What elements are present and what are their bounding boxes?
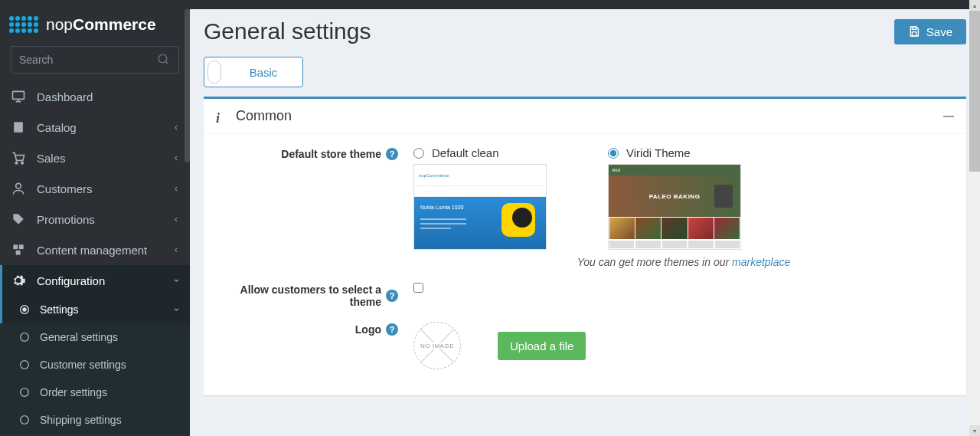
sidebar-item-settings[interactable]: Settings ‹ [0,296,190,323]
sidebar-scrollbar[interactable] [185,9,190,162]
sidebar-item-promotions[interactable]: Promotions ‹ [0,204,190,234]
info-icon: i [216,110,228,123]
svg-rect-9 [13,244,18,249]
svg-point-15 [21,361,29,369]
checkbox-allow-select-theme[interactable] [413,283,423,293]
label-logo: Logo [355,323,381,336]
sidebar-item-sales[interactable]: Sales ‹ [0,143,190,173]
save-button-label: Save [926,25,952,38]
page-scrollbar[interactable]: ▴ ▾ [969,0,980,436]
cubes-icon [11,242,26,257]
nav-label: Order settings [40,386,107,398]
sidebar-item-catalog[interactable]: Catalog ‹ [0,112,190,143]
nav-label: Content management [37,244,147,257]
label-default-theme: Default store theme [281,148,381,160]
top-bar [0,0,980,9]
nav-label: Promotions [37,213,95,226]
chevron-left-icon: ‹ [175,214,178,225]
radio-default-clean[interactable] [413,148,424,159]
save-icon [908,25,920,38]
theme-option-viridi: Viridi Theme Viridi PALEO BAKING [608,146,741,250]
save-button[interactable]: Save [894,19,966,44]
nav-label: Configuration [37,274,105,287]
logo-text: nopCommerce [46,15,156,34]
theme-preview-viridi: Viridi PALEO BAKING [608,164,741,250]
sidebar-item-customer-settings[interactable]: Customer settings [0,351,190,379]
nav-label: Customers [37,182,93,195]
marketplace-link[interactable]: marketplace [732,256,790,268]
theme-option-default-clean: Default clean nopCommerce ····· Nokia Lu… [413,146,547,250]
svg-point-13 [23,308,26,311]
svg-point-8 [16,183,21,188]
toggle-label: Basic [224,66,302,79]
scroll-down-arrow[interactable]: ▾ [969,425,980,436]
label-allow-select-theme: Allow customers to select a theme [228,284,381,308]
sidebar-item-customers[interactable]: Customers ‹ [0,173,190,204]
search-icon [157,53,171,67]
help-icon[interactable]: ? [386,290,398,302]
book-icon [11,120,26,135]
toggle-knob [207,61,221,84]
no-image-placeholder: NO IMAGE [413,322,461,369]
svg-point-0 [158,54,167,63]
svg-rect-10 [19,244,24,249]
row-allow-select-theme: Allow customers to select a theme ? [216,282,954,308]
common-card: i Common Default store theme ? [204,97,966,395]
collapse-icon[interactable] [943,116,954,117]
page-title: General settings [204,18,371,44]
preview-hero-text: Nokia Lumia 1020 [420,205,463,210]
sidebar-item-dashboard[interactable]: Dashboard [0,81,190,112]
scroll-track[interactable] [969,11,980,425]
nav-label: Dashboard [37,90,93,103]
upload-file-button[interactable]: Upload a file [498,332,586,360]
svg-rect-2 [13,91,24,99]
svg-point-7 [21,162,24,164]
chevron-left-icon: ‹ [175,183,178,194]
tag-icon [11,211,26,227]
theme-radio-viridi[interactable]: Viridi Theme [608,146,741,159]
nav-label: Shipping settings [40,414,122,426]
search-input[interactable] [19,54,157,66]
scroll-thumb[interactable] [969,11,980,172]
cart-icon [11,150,26,166]
svg-rect-18 [912,27,916,29]
mode-toggle[interactable]: Basic [204,57,303,87]
help-icon[interactable]: ? [386,148,398,160]
theme-preview-default: nopCommerce ····· Nokia Lumia 1020 [413,164,547,250]
radio-off-icon [18,414,31,426]
sidebar-item-shipping-settings[interactable]: Shipping settings [0,406,190,434]
svg-rect-11 [16,251,21,255]
nav-label: Customer settings [40,359,126,371]
nav-label: Sales [37,152,66,165]
nav-label: General settings [40,331,118,343]
user-icon [11,181,26,196]
theme-radio-default-clean[interactable]: Default clean [413,146,547,159]
row-default-theme: Default store theme ? Default clean [216,146,954,268]
sidebar-item-content[interactable]: Content management ‹ [0,234,190,265]
themes-hint: You can get more themes in our marketpla… [413,256,954,268]
preview-hero-text: PALEO BAKING [649,193,701,200]
nav-label: Catalog [37,121,77,134]
logo-dots-icon [9,16,38,33]
svg-rect-19 [912,32,916,36]
svg-point-17 [21,416,29,425]
radio-viridi[interactable] [608,148,619,159]
svg-line-1 [165,61,168,64]
sidebar-nav: Dashboard Catalog ‹ Sales ‹ Customers ‹ … [0,81,190,434]
radio-off-icon [18,331,31,343]
chevron-down-icon: ‹ [171,279,181,282]
help-icon[interactable]: ? [386,323,398,336]
logo[interactable]: nopCommerce [0,9,190,41]
scroll-up-arrow[interactable]: ▴ [969,0,980,11]
sidebar-item-order-settings[interactable]: Order settings [0,379,190,406]
sidebar-search[interactable] [11,46,179,74]
sidebar-item-configuration[interactable]: Configuration ‹ [0,265,190,296]
sidebar-item-general-settings[interactable]: General settings [0,323,190,351]
card-header[interactable]: i Common [204,99,966,134]
radio-on-icon [18,303,31,316]
monitor-icon [11,89,26,104]
chevron-left-icon: ‹ [175,122,178,133]
chevron-left-icon: ‹ [175,152,178,163]
svg-point-16 [21,388,29,397]
svg-point-14 [21,333,29,342]
